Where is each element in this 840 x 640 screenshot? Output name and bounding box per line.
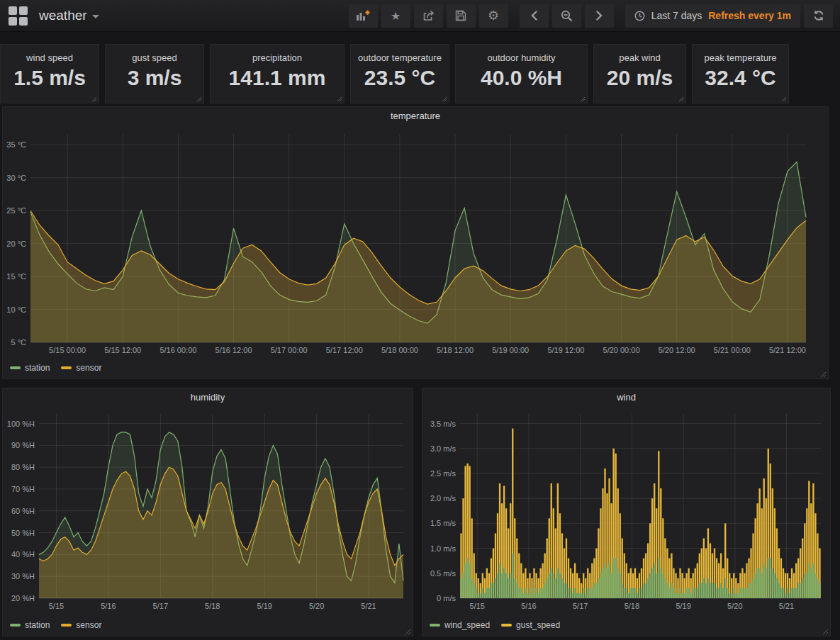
svg-text:30 %H: 30 %H xyxy=(11,572,35,580)
refresh-button[interactable] xyxy=(804,4,833,28)
stat-label: gust speed xyxy=(106,52,203,63)
svg-text:0.5 m/s: 0.5 m/s xyxy=(430,569,457,578)
logo-square xyxy=(9,6,17,15)
svg-text:3.0 m/s: 3.0 m/s xyxy=(430,444,457,453)
svg-text:5/21: 5/21 xyxy=(779,602,794,610)
resize-handle[interactable] xyxy=(91,96,97,102)
add-panel-button[interactable] xyxy=(349,4,378,28)
dashboard-title-dropdown[interactable]: weather xyxy=(39,8,99,23)
stat-label: wind speed xyxy=(1,52,99,63)
svg-text:5/19 00:00: 5/19 00:00 xyxy=(492,346,529,354)
star-icon: ★ xyxy=(391,9,401,23)
svg-text:35 °C: 35 °C xyxy=(6,140,26,149)
stat-value: 40.0 %H xyxy=(456,66,587,90)
legend-item-wind-speed[interactable]: wind_speed xyxy=(430,620,490,630)
stat-panel-precipitation[interactable]: precipitation 141.1 mm xyxy=(210,44,345,103)
stat-label: peak temperature xyxy=(693,52,788,63)
resize-handle[interactable] xyxy=(580,96,586,102)
svg-text:5/20 00:00: 5/20 00:00 xyxy=(603,346,640,354)
stat-value: 32.4 °C xyxy=(693,66,788,90)
gear-icon: ⚙ xyxy=(488,8,499,23)
svg-text:2.5 m/s: 2.5 m/s xyxy=(430,469,457,478)
time-forward-button[interactable] xyxy=(585,4,614,28)
svg-text:5/15: 5/15 xyxy=(470,602,485,610)
time-range-picker[interactable]: Last 7 days Refresh every 1m xyxy=(625,4,800,28)
legend-item-sensor[interactable]: sensor xyxy=(61,363,101,373)
resize-handle[interactable] xyxy=(678,96,684,102)
share-button[interactable] xyxy=(414,4,443,28)
temperature-legend: station sensor xyxy=(3,359,828,376)
legend-label: station xyxy=(25,363,50,373)
panel-title-wind[interactable]: wind xyxy=(422,388,830,407)
panel-title-temperature[interactable]: temperature xyxy=(3,107,828,125)
svg-text:2.0 m/s: 2.0 m/s xyxy=(430,494,457,503)
resize-handle[interactable] xyxy=(442,96,447,102)
panel-title-humidity[interactable]: humidity xyxy=(3,388,413,407)
legend-label: gust_speed xyxy=(516,620,560,630)
svg-text:5/16: 5/16 xyxy=(101,602,116,610)
wind-panel: wind 5/155/165/175/185/195/205/210 m/s0.… xyxy=(422,388,831,636)
resize-handle[interactable] xyxy=(337,96,342,102)
stat-panel-peak-temperature[interactable]: peak temperature 32.4 °C xyxy=(692,44,789,103)
svg-text:5/15 12:00: 5/15 12:00 xyxy=(104,346,141,354)
star-button[interactable]: ★ xyxy=(381,4,410,28)
humidity-panel: humidity 5/155/165/175/185/195/205/2120 … xyxy=(2,388,413,636)
zoom-out-button[interactable] xyxy=(552,4,581,28)
svg-text:5 °C: 5 °C xyxy=(11,338,26,347)
svg-text:5/17 12:00: 5/17 12:00 xyxy=(326,346,363,354)
stat-panel-peak-wind[interactable]: peak wind 20 m/s xyxy=(593,44,686,103)
svg-text:5/17 00:00: 5/17 00:00 xyxy=(271,346,308,354)
resize-handle[interactable] xyxy=(781,96,787,102)
svg-text:5/16: 5/16 xyxy=(521,602,536,610)
stat-value: 3 m/s xyxy=(106,66,203,90)
svg-text:5/21 00:00: 5/21 00:00 xyxy=(714,346,751,354)
svg-text:5/16 00:00: 5/16 00:00 xyxy=(159,346,196,354)
legend-label: sensor xyxy=(76,620,101,630)
time-range-label: Last 7 days xyxy=(651,10,702,21)
legend-label: sensor xyxy=(76,363,101,373)
legend-swatch xyxy=(10,624,21,627)
clock-icon xyxy=(634,11,645,21)
settings-button[interactable]: ⚙ xyxy=(479,4,508,28)
stat-label: outdoor temperature xyxy=(351,52,449,63)
refresh-interval-label: Refresh every 1m xyxy=(708,10,791,21)
svg-text:5/21 12:00: 5/21 12:00 xyxy=(769,346,806,354)
stats-row: wind speed 1.5 m/s gust speed 3 m/s prec… xyxy=(0,44,838,103)
wind-chart[interactable]: 5/155/165/175/185/195/205/210 m/s0.5 m/s… xyxy=(425,407,828,617)
stat-panel-gust-speed[interactable]: gust speed 3 m/s xyxy=(105,44,204,103)
resize-handle[interactable] xyxy=(820,371,827,378)
stat-panel-outdoor-humidity[interactable]: outdoor humidity 40.0 %H xyxy=(455,44,588,103)
stat-panel-outdoor-temperature[interactable]: outdoor temperature 23.5 °C xyxy=(350,44,449,103)
svg-text:80 %H: 80 %H xyxy=(11,463,35,471)
chevron-down-icon xyxy=(92,15,99,18)
svg-text:1.5 m/s: 1.5 m/s xyxy=(430,519,457,527)
svg-text:25 °C: 25 °C xyxy=(6,206,26,215)
legend-item-sensor[interactable]: sensor xyxy=(61,620,101,630)
time-back-button[interactable] xyxy=(520,4,549,28)
svg-text:5/15: 5/15 xyxy=(49,602,64,610)
svg-text:100 %H: 100 %H xyxy=(7,420,35,428)
svg-text:1.0 m/s: 1.0 m/s xyxy=(430,544,457,553)
resize-handle[interactable] xyxy=(405,629,411,635)
legend-item-gust-speed[interactable]: gust_speed xyxy=(501,620,560,630)
stat-label: peak wind xyxy=(594,52,685,63)
svg-text:5/18 12:00: 5/18 12:00 xyxy=(437,346,474,354)
svg-text:60 %H: 60 %H xyxy=(11,507,35,515)
stat-panel-wind-speed[interactable]: wind speed 1.5 m/s xyxy=(0,44,99,103)
save-button[interactable] xyxy=(447,4,476,28)
resize-handle[interactable] xyxy=(196,96,202,102)
resize-handle[interactable] xyxy=(822,629,829,635)
svg-text:5/17: 5/17 xyxy=(153,602,168,610)
svg-text:5/18: 5/18 xyxy=(625,602,639,610)
humidity-chart[interactable]: 5/155/165/175/185/195/205/2120 %H30 %H40… xyxy=(5,407,410,617)
temperature-chart[interactable]: 5/15 00:005/15 12:005/16 00:005/16 12:00… xyxy=(5,125,826,359)
refresh-icon xyxy=(813,10,824,21)
legend-swatch xyxy=(10,366,21,369)
grafana-logo[interactable] xyxy=(9,6,28,26)
svg-text:15 °C: 15 °C xyxy=(6,272,26,281)
legend-item-station[interactable]: station xyxy=(10,620,50,630)
svg-text:40 %H: 40 %H xyxy=(11,550,35,558)
legend-item-station[interactable]: station xyxy=(10,363,50,373)
legend-label: station xyxy=(25,620,50,630)
svg-text:10 °C: 10 °C xyxy=(6,305,26,314)
